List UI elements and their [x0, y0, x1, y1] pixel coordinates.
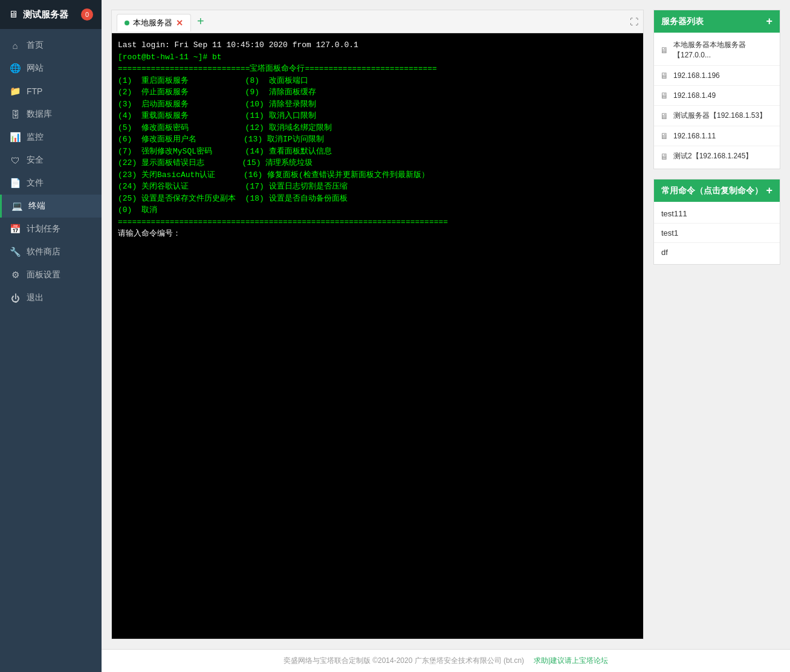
sidebar-item-label: 监控 — [27, 132, 44, 143]
home-icon: ⌂ — [10, 40, 21, 51]
sidebar-title: 测试服务器 — [23, 9, 76, 21]
server-list-panel: 服务器列表 + 🖥本地服务器本地服务器【127.0.0...🖥192.168.1… — [653, 10, 780, 169]
server-item-icon: 🖥 — [660, 152, 669, 161]
server-list: 🖥本地服务器本地服务器【127.0.0...🖥192.168.1.196🖥192… — [654, 33, 780, 169]
sidebar-item-home[interactable]: ⌂首页 — [0, 34, 102, 57]
server-item-label: 测试2【192.168.1.245】 — [673, 151, 753, 161]
server-item-label: 测试服务器【192.168.1.53】 — [673, 111, 766, 121]
command-item[interactable]: df — [654, 243, 780, 262]
terminal-tabs: 本地服务器 ✕ + ⛶ — [112, 10, 643, 33]
website-icon: 🌐 — [10, 63, 21, 74]
store-icon: 🔧 — [10, 247, 21, 257]
server-list-item[interactable]: 🖥本地服务器本地服务器【127.0.0... — [654, 35, 780, 66]
server-item-label: 192.168.1.196 — [673, 71, 720, 80]
sidebar-item-settings[interactable]: ⚙面板设置 — [0, 263, 102, 286]
sidebar-item-label: 首页 — [27, 40, 44, 51]
server-list-item[interactable]: 🖥192.168.1.11 — [654, 126, 780, 146]
sidebar-item-logout[interactable]: ⏻退出 — [0, 286, 102, 309]
sidebar-header: 🖥 测试服务器 0 — [0, 0, 102, 29]
content-area: 本地服务器 ✕ + ⛶ Last login: Fri Sep 11 10:45… — [102, 0, 790, 649]
sidebar: 🖥 测试服务器 0 ⌂首页🌐网站📁FTP🗄数据库📊监控🛡安全📄文件💻终端📅计划任… — [0, 0, 102, 672]
ftp-icon: 📁 — [10, 86, 21, 97]
server-list-item[interactable]: 🖥测试服务器【192.168.1.53】 — [654, 106, 780, 126]
settings-icon: ⚙ — [10, 270, 21, 280]
server-item-icon: 🖥 — [660, 131, 669, 141]
tab-status-dot — [125, 21, 129, 25]
commands-header: 常用命令（点击复制命令） + — [654, 179, 780, 202]
server-item-label: 192.168.1.11 — [673, 132, 716, 140]
sidebar-item-store[interactable]: 🔧软件商店 — [0, 241, 102, 263]
sidebar-item-label: FTP — [27, 86, 42, 96]
sidebar-item-label: 面板设置 — [27, 270, 60, 280]
server-icon: 🖥 — [8, 9, 18, 20]
sidebar-item-terminal[interactable]: 💻终端 — [0, 195, 102, 218]
terminal-body[interactable]: Last login: Fri Sep 11 10:45:10 2020 fro… — [112, 33, 643, 639]
terminal-expand-button[interactable]: ⛶ — [630, 17, 638, 27]
commands-list: test111test1df — [654, 202, 780, 264]
terminal-add-tab-button[interactable]: + — [193, 15, 208, 28]
sidebar-item-ftp[interactable]: 📁FTP — [0, 80, 102, 103]
server-list-title: 服务器列表 — [661, 16, 704, 27]
server-item-icon: 🖥 — [660, 45, 669, 55]
sidebar-item-label: 计划任务 — [27, 224, 60, 234]
server-item-icon: 🖥 — [660, 111, 669, 121]
server-list-header: 服务器列表 + — [654, 10, 780, 33]
server-item-icon: 🖥 — [660, 91, 669, 100]
sidebar-item-label: 数据库 — [27, 109, 52, 120]
sidebar-item-monitor[interactable]: 📊监控 — [0, 126, 102, 149]
footer-help-link[interactable]: 求助|建议请上宝塔论坛 — [534, 656, 608, 666]
sidebar-item-database[interactable]: 🗄数据库 — [0, 103, 102, 126]
server-item-label: 192.168.1.49 — [673, 91, 716, 100]
terminal-icon: 💻 — [11, 201, 22, 212]
server-item-label: 本地服务器本地服务器【127.0.0... — [673, 40, 774, 60]
server-list-item[interactable]: 🖥测试2【192.168.1.245】 — [654, 146, 780, 166]
commands-panel: 常用命令（点击复制命令） + test111test1df — [653, 179, 780, 265]
sidebar-item-label: 网站 — [27, 63, 44, 74]
database-icon: 🗄 — [10, 109, 21, 120]
sidebar-nav: ⌂首页🌐网站📁FTP🗄数据库📊监控🛡安全📄文件💻终端📅计划任务🔧软件商店⚙面板设… — [0, 29, 102, 672]
security-icon: 🛡 — [10, 155, 21, 166]
sidebar-item-label: 软件商店 — [27, 247, 60, 257]
server-list-add-button[interactable]: + — [766, 15, 772, 28]
terminal-container: 本地服务器 ✕ + ⛶ Last login: Fri Sep 11 10:45… — [111, 10, 644, 639]
footer: 奕盛网络与宝塔联合定制版 ©2014-2020 广东堡塔安全技术有限公司 (bt… — [102, 649, 790, 672]
sidebar-item-label: 安全 — [27, 155, 44, 166]
command-item[interactable]: test1 — [654, 224, 780, 243]
sidebar-item-label: 文件 — [27, 178, 44, 189]
sidebar-item-schedule[interactable]: 📅计划任务 — [0, 218, 102, 241]
sidebar-item-label: 终端 — [28, 201, 45, 212]
logout-icon: ⏻ — [10, 293, 21, 303]
sidebar-item-website[interactable]: 🌐网站 — [0, 57, 102, 80]
sidebar-item-security[interactable]: 🛡安全 — [0, 149, 102, 172]
schedule-icon: 📅 — [10, 224, 21, 234]
commands-title: 常用命令（点击复制命令） — [661, 186, 763, 196]
monitor-icon: 📊 — [10, 132, 21, 143]
main-content: 本地服务器 ✕ + ⛶ Last login: Fri Sep 11 10:45… — [102, 0, 790, 672]
server-list-item[interactable]: 🖥192.168.1.49 — [654, 86, 780, 106]
sidebar-item-files[interactable]: 📄文件 — [0, 172, 102, 195]
tab-label: 本地服务器 — [133, 18, 172, 28]
right-panel: 服务器列表 + 🖥本地服务器本地服务器【127.0.0...🖥192.168.1… — [653, 10, 780, 639]
files-icon: 📄 — [10, 178, 21, 189]
sidebar-item-label: 退出 — [27, 292, 44, 303]
notification-badge: 0 — [81, 8, 93, 21]
terminal-tab-local[interactable]: 本地服务器 ✕ — [117, 14, 191, 31]
footer-copyright: 奕盛网络与宝塔联合定制版 ©2014-2020 广东堡塔安全技术有限公司 (bt… — [283, 656, 524, 666]
command-item[interactable]: test111 — [654, 204, 780, 224]
tab-close-button[interactable]: ✕ — [176, 18, 183, 28]
server-list-item[interactable]: 🖥192.168.1.196 — [654, 66, 780, 86]
commands-add-button[interactable]: + — [766, 184, 772, 197]
server-item-icon: 🖥 — [660, 71, 669, 80]
